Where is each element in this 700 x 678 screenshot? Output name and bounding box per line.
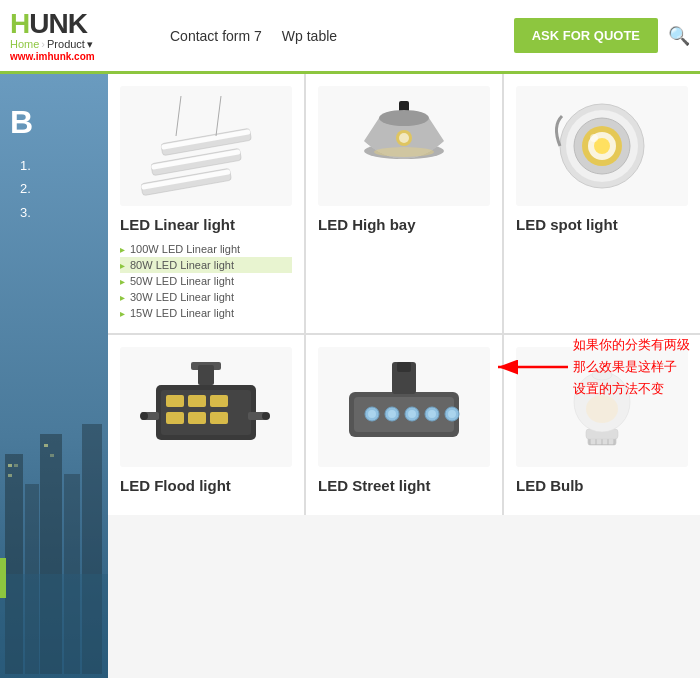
product-image-led-flood xyxy=(120,347,292,467)
logo-rest: UNK xyxy=(29,8,87,39)
nav-contact-form[interactable]: Contact form 7 xyxy=(170,28,262,44)
product-cell-led-spot[interactable]: LED spot light xyxy=(504,74,700,333)
svg-point-48 xyxy=(262,412,270,420)
search-button[interactable]: 🔍 xyxy=(668,25,690,47)
svg-point-56 xyxy=(408,410,416,418)
led-flood-image xyxy=(136,357,276,457)
product-title-led-highbay: LED High bay xyxy=(318,216,490,233)
product-image-led-highbay xyxy=(318,86,490,206)
svg-point-52 xyxy=(368,410,376,418)
logo-product: Product xyxy=(47,38,85,50)
svg-point-27 xyxy=(399,133,409,143)
svg-rect-9 xyxy=(8,474,12,477)
product-cell-led-linear[interactable]: LED Linear light 100W LED Linear light 8… xyxy=(108,74,304,333)
svg-rect-44 xyxy=(210,412,228,424)
sublist-item-80w[interactable]: 80W LED Linear light xyxy=(120,257,292,273)
sublist-item-15w[interactable]: 15W LED Linear light xyxy=(120,305,292,321)
sublist-item-50w[interactable]: 50W LED Linear light xyxy=(120,273,292,289)
svg-rect-8 xyxy=(14,464,18,467)
svg-rect-40 xyxy=(188,395,206,407)
product-grid: LED Linear light 100W LED Linear light 8… xyxy=(108,74,700,515)
logo: HUNK xyxy=(10,10,150,38)
hero-numbers: 1. 2. 3. xyxy=(20,154,31,224)
hero-num-1: 1. xyxy=(20,154,31,177)
svg-line-20 xyxy=(176,96,181,136)
main-container: B 1. 2. 3. 如果你的分类有两级 那么效果是这样子 设置的方法不变 xyxy=(0,74,700,678)
header: HUNK Home › Product ▾ www.imhunk.com Con… xyxy=(0,0,700,74)
logo-dropdown-icon[interactable]: ▾ xyxy=(87,38,93,51)
main-nav: Contact form 7 Wp table xyxy=(170,28,514,44)
city-silhouette xyxy=(0,74,108,678)
led-bulb-image xyxy=(552,357,652,457)
svg-point-72 xyxy=(584,383,600,395)
svg-rect-62 xyxy=(397,362,411,372)
hero-num-2: 2. xyxy=(20,177,31,200)
svg-rect-41 xyxy=(210,395,228,407)
nav-wp-table[interactable]: Wp table xyxy=(282,28,337,44)
product-sublist-led-linear: 100W LED Linear light 80W LED Linear lig… xyxy=(120,241,292,321)
hero-letter: B xyxy=(10,104,33,141)
product-title-led-spot: LED spot light xyxy=(516,216,688,233)
logo-url: www.imhunk.com xyxy=(10,51,150,62)
svg-rect-10 xyxy=(44,444,48,447)
logo-h: H xyxy=(10,8,29,39)
svg-point-25 xyxy=(374,147,434,157)
svg-point-73 xyxy=(586,395,618,423)
product-cell-led-bulb[interactable]: LED Bulb xyxy=(504,335,700,515)
product-title-led-street: LED Street light xyxy=(318,477,490,494)
product-image-led-street xyxy=(318,347,490,467)
ask-quote-button[interactable]: ASK FOR QUOTE xyxy=(514,18,658,53)
product-cell-led-highbay[interactable]: LED High bay xyxy=(306,74,502,333)
led-street-image xyxy=(334,357,474,457)
search-icon: 🔍 xyxy=(668,26,690,46)
svg-point-58 xyxy=(428,410,436,418)
grid-wrapper: 如果你的分类有两级 那么效果是这样子 设置的方法不变 xyxy=(108,74,700,678)
logo-area: HUNK Home › Product ▾ www.imhunk.com xyxy=(10,10,150,62)
product-image-led-linear xyxy=(120,86,292,206)
product-title-led-linear: LED Linear light xyxy=(120,216,292,233)
svg-point-24 xyxy=(379,110,429,126)
product-cell-led-street[interactable]: LED Street light xyxy=(306,335,502,515)
sublist-item-100w[interactable]: 100W LED Linear light xyxy=(120,241,292,257)
led-linear-image xyxy=(131,96,281,196)
product-image-led-spot xyxy=(516,86,688,206)
svg-rect-36 xyxy=(198,365,214,385)
svg-point-46 xyxy=(140,412,148,420)
svg-point-60 xyxy=(448,410,456,418)
svg-point-54 xyxy=(388,410,396,418)
svg-rect-7 xyxy=(8,464,12,467)
hero-sidebar: B 1. 2. 3. xyxy=(0,74,108,678)
led-highbay-image xyxy=(344,96,464,196)
svg-point-34 xyxy=(590,134,598,142)
hero-green-bar xyxy=(0,558,6,598)
product-cell-led-flood[interactable]: LED Flood light xyxy=(108,335,304,515)
logo-home[interactable]: Home xyxy=(10,38,39,50)
svg-rect-43 xyxy=(188,412,206,424)
product-title-led-flood: LED Flood light xyxy=(120,477,292,494)
product-image-led-bulb xyxy=(516,347,688,467)
svg-point-74 xyxy=(592,370,612,380)
logo-sep: › xyxy=(41,38,45,50)
product-grid-area: LED Linear light 100W LED Linear light 8… xyxy=(108,74,700,515)
svg-rect-11 xyxy=(50,454,54,457)
svg-rect-42 xyxy=(166,412,184,424)
svg-rect-6 xyxy=(0,574,108,678)
logo-sub: Home › Product ▾ xyxy=(10,38,150,51)
svg-line-21 xyxy=(216,96,221,136)
svg-rect-39 xyxy=(166,395,184,407)
hero-num-3: 3. xyxy=(20,201,31,224)
led-spot-image xyxy=(542,96,662,196)
product-title-led-bulb: LED Bulb xyxy=(516,477,688,494)
sublist-item-30w[interactable]: 30W LED Linear light xyxy=(120,289,292,305)
